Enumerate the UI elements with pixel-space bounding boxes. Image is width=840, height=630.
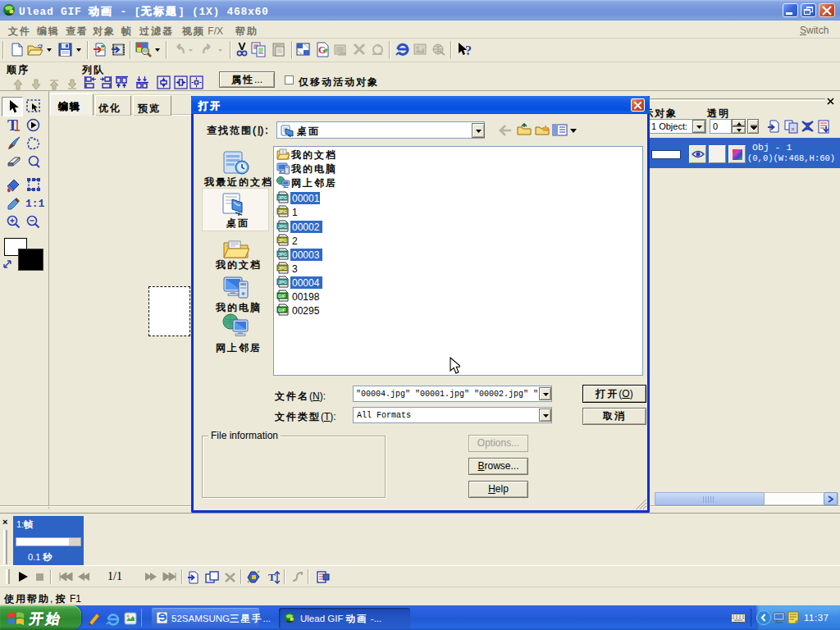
svg-text:JPG: JPG xyxy=(278,224,287,229)
svg-text:JPG: JPG xyxy=(278,252,287,257)
svg-text:?: ? xyxy=(465,43,472,57)
svg-text:JPG: JPG xyxy=(278,209,287,214)
svg-text:JPG: JPG xyxy=(278,280,287,285)
svg-text:GIF: GIF xyxy=(278,294,286,299)
svg-text:T: T xyxy=(268,571,276,583)
svg-text:GIF: GIF xyxy=(278,308,286,313)
svg-text:JPG: JPG xyxy=(278,195,287,200)
svg-text:JPG: JPG xyxy=(278,266,287,271)
svg-text:JPG: JPG xyxy=(278,238,287,243)
